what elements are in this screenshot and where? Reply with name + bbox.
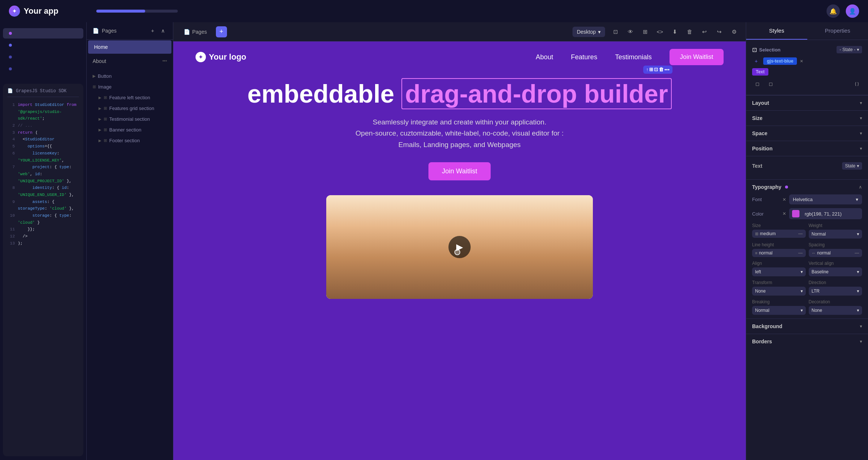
panel-icon-1[interactable]: ◻ <box>752 79 762 89</box>
borders-section-header[interactable]: Borders ▾ <box>746 334 868 349</box>
line-height-control[interactable]: ≡ normal — <box>752 249 806 257</box>
page-item-about[interactable]: About ••• <box>87 54 173 68</box>
sel-copy-icon[interactable]: ⊞ <box>649 67 653 72</box>
align-select[interactable]: left ▾ <box>752 267 806 276</box>
size-section-header[interactable]: Size ▾ <box>746 110 868 126</box>
layer-item-features-grid[interactable]: ▶ ⊞ Features grid section <box>87 103 173 114</box>
play-button[interactable]: ▶ <box>448 236 471 258</box>
layer-features-grid-icon: ⊞ <box>104 106 107 111</box>
page-item-home[interactable]: Home <box>88 40 171 54</box>
spacing-group: Spacing ↔ normal — <box>809 242 862 257</box>
layer-feature-left-icon: ⊞ <box>104 95 107 100</box>
font-clear-button[interactable]: ✕ <box>782 197 786 202</box>
color-clear-button[interactable]: ✕ <box>782 211 786 216</box>
breaking-select[interactable]: Normal ▾ <box>752 306 806 315</box>
layer-item-button[interactable]: ▶ Button <box>87 71 173 81</box>
layer-feature-left-expand[interactable]: ▶ <box>99 96 101 100</box>
panel-icon-3[interactable]: { } <box>852 79 862 89</box>
tag-text[interactable]: Text <box>752 68 768 76</box>
layer-item-image[interactable]: ⊞ Image <box>87 81 173 92</box>
font-select[interactable]: Helvetica ▾ <box>789 194 862 204</box>
tag-close-1[interactable]: ✕ <box>800 59 803 64</box>
background-section-header[interactable]: Background ▾ <box>746 319 868 334</box>
toolbar-pages-button[interactable]: 📄 Pages <box>179 27 211 37</box>
direction-select[interactable]: LTR ▾ <box>809 287 862 296</box>
layout-chevron: ▾ <box>860 100 862 106</box>
hero-cta-button[interactable]: Join Waitlist <box>428 162 490 180</box>
layer-features-grid-expand[interactable]: ▶ <box>99 106 101 110</box>
sel-delete-icon[interactable]: 🗑 <box>659 67 664 72</box>
layout-section-header[interactable]: Layout ▾ <box>746 95 868 110</box>
line-height-group: Line height ≡ normal — <box>752 242 806 257</box>
nav-link-about[interactable]: About <box>536 53 553 61</box>
align-value: left <box>755 269 761 274</box>
toolbar-delete-button[interactable]: 🗑 <box>684 26 695 38</box>
toolbar-undo-button[interactable]: ↩ <box>698 26 710 38</box>
sel-more-icon[interactable]: ••• <box>664 67 670 72</box>
layer-item-footer[interactable]: ▶ ⊞ Footer section <box>87 135 173 146</box>
toolbar-fullscreen-button[interactable]: ⊡ <box>610 26 621 38</box>
top-bar-progress-bar <box>96 10 178 13</box>
hero-subtitle: Seamlessly integrate and create within y… <box>196 117 724 150</box>
transform-select[interactable]: None ▾ <box>752 287 806 296</box>
layer-item-testimonial[interactable]: ▶ ⊞ Testimonial section <box>87 114 173 124</box>
site-logo-icon: ✦ <box>196 52 206 62</box>
sel-move-icon[interactable]: ↑ <box>646 67 649 72</box>
code-line-6: 6 licenseKey: 'YOUR_LICENSE_KEY', <box>7 150 79 164</box>
typography-section-header[interactable]: Typography ∧ <box>746 180 868 194</box>
notification-button[interactable]: 🔔 <box>827 4 840 18</box>
valign-select[interactable]: Baseline ▾ <box>809 267 862 276</box>
desktop-dropdown[interactable]: Desktop ▾ <box>572 27 605 37</box>
pages-icon: 📄 <box>93 28 99 34</box>
weight-select[interactable]: Normal ▾ <box>809 230 862 239</box>
toolbar-code-button[interactable]: <> <box>654 26 666 38</box>
sidebar-item-2[interactable] <box>3 40 83 50</box>
toolbar-add-button[interactable]: + <box>216 26 227 37</box>
layer-footer-expand[interactable]: ▶ <box>99 139 101 143</box>
decoration-select[interactable]: None ▾ <box>809 306 862 315</box>
hero-title-highlight[interactable]: drag-and-drop builder ↑ ⊞ ⊡ 🗑 ••• <box>401 78 672 109</box>
color-control[interactable]: rgb(198, 71, 221) <box>789 208 862 219</box>
hero-subtitle-2: Open-source, cuztomizable, white-label, … <box>196 128 724 139</box>
pages-add-button[interactable]: + <box>148 27 157 35</box>
layer-footer-icon: ⊞ <box>104 138 107 143</box>
direction-chevron: ▾ <box>857 289 859 294</box>
state-dropdown[interactable]: - State - ▾ <box>837 46 862 53</box>
valign-group: Vertical align Baseline ▾ <box>809 261 862 276</box>
state-chevron: ▾ <box>857 47 859 52</box>
toolbar-export-button[interactable]: ⬇ <box>669 26 681 38</box>
typography-dot <box>785 186 788 189</box>
layer-banner-expand[interactable]: ▶ <box>99 128 101 132</box>
line-height-label: Line height <box>752 242 806 247</box>
sel-duplicate-icon[interactable]: ⊡ <box>654 67 658 72</box>
text-state-dropdown[interactable]: State ▾ <box>842 162 862 170</box>
layer-image-label: Image <box>98 84 111 90</box>
position-section-header[interactable]: Position ▾ <box>746 141 868 156</box>
layer-testimonial-expand[interactable]: ▶ <box>99 117 101 121</box>
toolbar-redo-button[interactable]: ↪ <box>713 26 725 38</box>
nav-link-features[interactable]: Features <box>571 53 597 61</box>
tag-gjs-text[interactable]: gjs-text-blue <box>763 57 797 65</box>
avatar[interactable]: 👤 <box>846 4 859 18</box>
nav-link-testimonials[interactable]: Testimonials <box>615 53 652 61</box>
spacing-control[interactable]: ↔ normal — <box>809 249 862 257</box>
page-home-label: Home <box>94 44 108 50</box>
sidebar-item-4[interactable] <box>3 64 83 74</box>
layer-item-banner[interactable]: ▶ ⊞ Banner section <box>87 124 173 135</box>
tab-properties[interactable]: Properties <box>807 22 868 40</box>
pages-collapse-button[interactable]: ∧ <box>159 27 167 35</box>
toolbar-preview-button[interactable]: 👁 <box>624 26 636 38</box>
toolbar-responsive-button[interactable]: ⊞ <box>639 26 651 38</box>
toolbar: 📄 Pages + Desktop ▾ ⊡ 👁 ⊞ <> ⬇ 🗑 ↩ ↪ ⚙ <box>173 22 746 41</box>
toolbar-settings-button[interactable]: ⚙ <box>728 26 740 38</box>
sidebar-item-home[interactable] <box>3 28 83 39</box>
app-title: Your app <box>24 6 59 16</box>
space-section-header[interactable]: Space ▾ <box>746 126 868 141</box>
tag-add-button[interactable]: + <box>752 57 760 65</box>
sidebar-item-3[interactable] <box>3 52 83 62</box>
site-cta-button[interactable]: Join Waitlist <box>670 49 724 65</box>
layer-item-feature-left[interactable]: ▶ ⊞ Feature left section <box>87 92 173 103</box>
panel-icon-2[interactable]: ◻ <box>765 79 776 89</box>
size-control[interactable]: ⊞ medium — <box>752 230 806 238</box>
tab-styles[interactable]: Styles <box>746 22 807 40</box>
